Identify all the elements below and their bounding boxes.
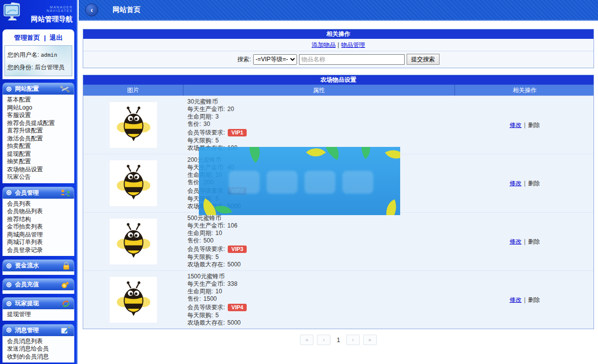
edit-link[interactable]: 修改 [509,238,521,246]
promo-image-overlay [199,147,400,215]
bullet-icon [6,328,11,333]
vip-badge: VIP4 [228,304,247,311]
sidebar-section-funds: 资金流水 [2,259,74,275]
sidebar: MANAGER NAVIGATES 网站管理导航 管理首页|退出 您的用户名: … [0,0,78,364]
sidebar-item[interactable]: 玩家公告 [7,173,73,181]
sidebar-item[interactable]: 拍卖配置 [7,142,73,150]
table-column-headers: 图片 属性 相关操作 [83,85,594,96]
bullet-icon [6,282,11,287]
edit-link[interactable]: 修改 [509,179,521,188]
daily-limit-value: 5 [215,137,219,144]
item-name: 30元蜜蜂币 [187,98,455,106]
brand-subtitle: MANAGER NAVIGATES [26,5,73,12]
item-name-input[interactable] [299,54,405,65]
bullet-icon [6,263,11,268]
sidebar-header-funds[interactable]: 资金流水 [2,259,74,271]
delete-link[interactable]: 删除 [528,296,540,304]
topbar: ‹ 网站首页 [79,0,598,21]
sidebar-item[interactable]: 商城商品管理 [7,231,73,239]
price-value: 1500 [203,295,217,303]
bullet-icon [6,87,11,92]
sidebar-item[interactable]: 金币拍卖列表 [7,223,73,231]
sidebar-item[interactable]: 提现管理 [7,311,73,319]
sidebar-item[interactable]: 抽奖配置 [7,158,73,166]
admin-home-link[interactable]: 管理首页 [14,34,40,41]
sidebar-item[interactable]: 提现配置 [7,150,73,158]
pagination: « ‹ 1 › » [79,335,598,345]
delete-link[interactable]: 删除 [528,121,540,129]
username-label: 您的用户名: [7,51,39,58]
bee-item-image [110,219,157,264]
life-cycle-value: 3 [215,113,219,121]
user-card: 管理首页|退出 您的用户名: admin 您的身份: 后台管理员 [2,29,74,79]
sidebar-item[interactable]: 收到的会员消息 [7,353,73,361]
bee-icon [114,163,153,203]
sidebar-item[interactable]: 会员消息列表 [7,338,73,346]
sidebar-header-site-config[interactable]: 网站配置 [2,83,74,95]
manage-items-link[interactable]: 物品管理 [341,41,365,48]
role-label: 您的身份: [7,64,33,71]
bee-icon [114,222,153,261]
daily-limit-value: 5 [215,253,219,261]
farm-max-value: 5000 [227,319,241,327]
delete-link[interactable]: 删除 [528,238,540,246]
first-page-button[interactable]: « [300,335,313,345]
daily-gold-value: 20 [227,106,234,113]
sidebar-item[interactable]: 会员列表 [7,200,73,208]
leaf-icon [385,147,400,164]
sidebar-item[interactable]: 客服设置 [7,112,73,120]
sidebar-item[interactable]: 农场物品设置 [7,166,73,174]
edit-link[interactable]: 修改 [509,296,521,304]
edit-link[interactable]: 修改 [509,121,521,129]
sidebar-item[interactable]: 推荐会员提成配置 [7,120,73,127]
sidebar-item[interactable]: 直荐升级配置 [7,127,73,135]
add-item-link[interactable]: 添加物品 [311,41,335,48]
life-cycle-value: 10 [215,230,222,237]
search-row: 搜索: -=VIP等级=- 提交搜索 [83,51,594,68]
item-name: 500元蜜蜂币 [187,215,455,222]
brand-title: 网站管理导航 [26,15,73,24]
logout-link[interactable]: 退出 [50,34,63,41]
panel-title: 相关操作 [83,29,594,39]
sidebar-section-messages: 消息管理 会员消息列表发送消息给会员收到的会员消息 [2,324,74,363]
sidebar-item[interactable]: 基本配置 [7,96,73,104]
sidebar-header-recharge[interactable]: 会员充值 [2,278,74,290]
current-page-number: 1 [334,336,342,344]
last-page-button[interactable]: » [363,335,377,345]
vip-level-select[interactable]: -=VIP等级=- [253,54,297,65]
lock-icon [62,261,70,270]
back-button[interactable]: ‹ [85,3,98,16]
bullet-icon [6,190,11,195]
sidebar-item[interactable]: 激活会员配置 [7,135,73,143]
submit-search-button[interactable]: 提交搜索 [407,54,440,65]
bee-item-image [110,102,157,148]
sidebar-item[interactable]: 发送消息给会员 [7,345,73,353]
back-arrow-icon: ‹ [91,6,93,14]
column-header-attrs: 属性 [183,85,455,96]
link-separator: | [337,41,339,48]
sidebar-item[interactable]: 商城订单列表 [7,239,73,246]
search-label: 搜索: [237,55,251,64]
sidebar-item[interactable]: 会员物品列表 [7,208,73,216]
tools-icon [59,85,70,93]
leaf-icon [214,202,232,215]
sidebar-section-members: 会员管理 会员列表会员物品列表推荐结构金币拍卖列表商城商品管理商城订单列表会员登… [2,187,74,256]
price-value: 500 [203,237,213,244]
next-page-button[interactable]: › [346,335,360,345]
sidebar-header-messages[interactable]: 消息管理 [2,324,74,336]
sidebar-item[interactable]: 推荐结构 [7,216,73,224]
sidebar-item[interactable]: 会员登录记录 [7,246,73,254]
sidebar-header-members[interactable]: 会员管理 [2,187,74,199]
farm-max-value: 5000 [227,261,241,268]
leaf-icon [356,147,376,159]
sidebar-header-withdraw[interactable]: 玩家提现 [2,297,74,309]
delete-link[interactable]: 删除 [528,179,540,188]
prev-page-button[interactable]: ‹ [317,335,330,345]
username-value: admin [41,52,57,58]
computer-monitor-icon [2,2,26,26]
life-cycle-value: 10 [215,288,222,295]
withdraw-arrows-icon [61,300,70,308]
leaf-icon [306,147,326,162]
logo: MANAGER NAVIGATES 网站管理导航 [0,0,77,28]
sidebar-item[interactable]: 网站Logo [7,104,73,112]
